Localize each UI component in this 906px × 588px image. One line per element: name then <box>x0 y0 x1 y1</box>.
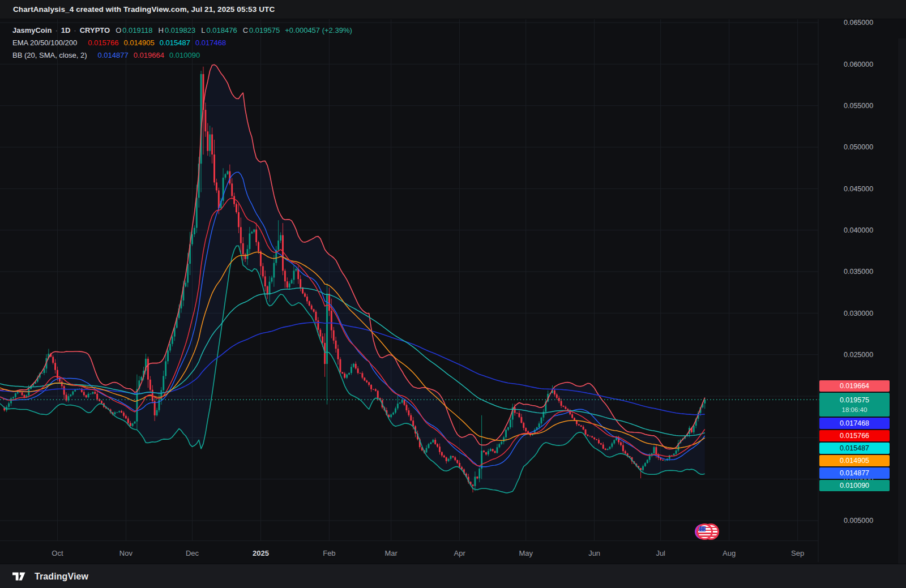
candle-body <box>519 413 520 417</box>
candle-body <box>317 320 319 330</box>
candle-body <box>163 376 164 390</box>
candle-body <box>520 417 522 423</box>
candle-body <box>525 428 527 431</box>
candle-body <box>611 444 613 447</box>
candle-body <box>494 451 496 453</box>
candle-body <box>267 286 268 295</box>
time-axis-label: May <box>519 549 533 557</box>
candle-body <box>72 392 74 395</box>
price-axis-label: 0.045000 <box>844 185 873 193</box>
candle-body <box>125 416 127 419</box>
candle-body <box>191 234 193 244</box>
candle-body <box>602 445 604 449</box>
candle-body <box>233 196 235 204</box>
legend-value: 0.010090 <box>169 51 200 59</box>
candle-body <box>485 452 487 454</box>
candle-body <box>88 394 89 397</box>
candle-body <box>434 440 436 444</box>
candle-body <box>344 374 345 377</box>
candle-body <box>565 407 566 409</box>
candle-body <box>571 414 573 418</box>
economic-event-flag-icon[interactable] <box>695 523 721 541</box>
candle-body <box>207 131 208 151</box>
legend-value: 0.015487 <box>160 38 190 47</box>
candle-body <box>211 134 213 154</box>
candle-body <box>293 271 295 280</box>
candle-body <box>10 398 12 404</box>
candle-body <box>154 401 156 415</box>
candle-body <box>598 440 600 443</box>
candle-body <box>204 110 206 131</box>
price-badge-ema-200: 0.017468 <box>819 418 890 429</box>
tradingview-logo-icon[interactable] <box>12 571 29 582</box>
legend-value: 0.017468 <box>195 38 226 47</box>
candle-body <box>649 456 651 460</box>
tradingview-brand-text[interactable]: TradingView <box>35 572 88 582</box>
legend-symbol-row[interactable]: JasmyCoin · 1D · CRYPTO O0.019118H0.0198… <box>12 24 352 36</box>
candle-body <box>497 447 498 453</box>
candle-body <box>607 449 609 450</box>
candle-body <box>216 182 217 190</box>
badge-value: 0.019575 <box>840 395 869 405</box>
candle-body <box>600 443 602 444</box>
us-flag-canton <box>699 526 706 531</box>
candle-body <box>605 449 606 450</box>
candle-body <box>625 451 626 453</box>
candle-body <box>172 337 173 344</box>
candle-body <box>226 171 228 174</box>
candle-body <box>12 397 14 398</box>
candle-body <box>450 456 452 459</box>
candle-body <box>355 364 357 368</box>
candle-body <box>583 427 584 430</box>
candle-body <box>430 443 431 444</box>
candle-body <box>574 418 575 420</box>
candle-body <box>90 394 92 394</box>
candle-body <box>662 460 664 460</box>
price-badge-ema-50: 0.014905 <box>819 455 890 466</box>
candle-body <box>406 405 408 410</box>
candle-body <box>401 400 403 403</box>
candle-body <box>121 411 122 413</box>
candle-body <box>339 359 341 372</box>
candlestick-chart[interactable]: 0.0050000.0100000.0150000.0200000.025000… <box>0 0 906 588</box>
badge-value: 0.017468 <box>840 418 869 428</box>
candle-body <box>277 241 279 250</box>
candle-body <box>96 394 98 400</box>
candle-body <box>238 212 240 227</box>
candle-body <box>28 389 29 395</box>
candle-body <box>101 401 102 404</box>
us-flag-icon <box>696 523 713 540</box>
candle-body <box>609 447 611 449</box>
candle-body <box>501 442 502 444</box>
candle-body <box>412 420 414 426</box>
candle-body <box>304 293 306 297</box>
chart-stage[interactable]: 0.0050000.0100000.0150000.0200000.025000… <box>0 19 906 564</box>
time-axis-label: Jun <box>588 549 600 557</box>
candle-body <box>397 404 399 408</box>
candle-body <box>399 402 401 404</box>
candle-body <box>328 294 330 311</box>
legend-ema-row[interactable]: EMA 20/50/100/200 0.0157660.0149050.0154… <box>12 36 352 49</box>
candle-body <box>361 373 363 377</box>
candle-body <box>561 401 562 406</box>
candle-body <box>209 134 211 151</box>
legend-value: 0.014905 <box>123 38 154 47</box>
ema-values: 0.0157660.0149050.0154870.017468 <box>83 38 226 47</box>
price-axis-label: 0.005000 <box>844 517 873 525</box>
candle-body <box>255 229 257 242</box>
candle-body <box>331 311 332 331</box>
candle-body <box>225 174 226 178</box>
candle-body <box>481 450 482 469</box>
candle-body <box>390 414 392 417</box>
candle-body <box>253 229 255 231</box>
legend-bb-row[interactable]: BB (20, SMA, close, 2) 0.0148770.0196640… <box>12 49 352 61</box>
badge-value: 0.015766 <box>840 431 869 441</box>
candle-body <box>392 413 394 414</box>
candle-body <box>404 400 405 405</box>
price-badge-bb-basis: 0.014877 <box>819 467 890 479</box>
candle-body <box>258 242 259 251</box>
candle-body <box>704 400 706 404</box>
candle-body <box>309 301 310 305</box>
candle-body <box>613 440 615 444</box>
candle-body <box>315 312 317 320</box>
